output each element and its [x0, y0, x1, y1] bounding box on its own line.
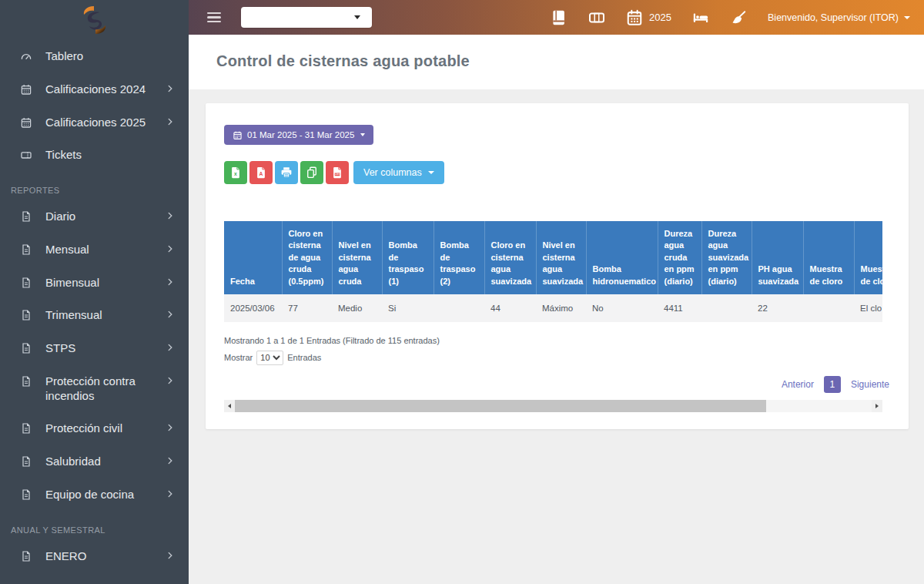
export-csv-button[interactable]: CSV [326, 161, 349, 184]
sidebar-section-reportes: REPORTES [0, 172, 189, 200]
cell: No [586, 294, 658, 322]
column-header[interactable]: Nivel en cisterna agua suavizada [536, 221, 586, 294]
date-range-button[interactable]: 01 Mar 2025 - 31 Mar 2025 [224, 125, 373, 145]
sidebar-item-bimensual[interactable]: Bimensual [0, 267, 189, 300]
column-header[interactable]: Nivel en cisterna agua cruda [332, 221, 382, 294]
sidebar-item-trimensual[interactable]: Trimensual [0, 299, 189, 332]
file-icon [20, 422, 33, 435]
sidebar-item-calificaciones-2025[interactable]: Calificaciones 2025 [0, 106, 189, 139]
column-header[interactable]: Cloro en cisterna de agua cruda (0.5ppm) [282, 221, 332, 294]
column-header[interactable]: Dureza agua cruda en ppm (diario) [658, 221, 701, 294]
file-icon [20, 455, 33, 468]
svg-text:CSV: CSV [335, 173, 340, 176]
column-header[interactable]: Dureza agua suavizada en ppm (diario) [701, 221, 752, 294]
cell [701, 294, 752, 322]
sidebar-item-diario[interactable]: Diario [0, 200, 189, 233]
column-header[interactable]: Bomba hidronuematico [586, 221, 658, 294]
sidebar-item-stps[interactable]: STPS [0, 332, 189, 365]
column-header[interactable]: Bomba de traspaso (1) [382, 221, 434, 294]
file-icon [20, 210, 33, 223]
data-table: Fecha Cloro en cisterna de agua cruda (0… [224, 221, 882, 322]
chevron-right-icon [166, 117, 175, 126]
file-icon [20, 277, 33, 289]
sidebar-item-proteccion-contra-incendios[interactable]: Protección contra incendios [0, 365, 189, 413]
csv-file-icon: CSV [330, 166, 344, 180]
export-toolbar: x A CSV Ver columnas [224, 161, 889, 184]
column-header[interactable]: Bomba de traspaso (2) [434, 221, 484, 294]
calendar-icon [626, 9, 643, 26]
user-menu[interactable]: Bienvenido, Supervisor (ITOR) [768, 12, 910, 23]
page-size-select[interactable]: 10 [256, 351, 283, 365]
sidebar-item-salubridad[interactable]: Salubridad [0, 445, 189, 478]
hamburger-menu-icon[interactable] [204, 9, 224, 26]
column-header[interactable]: Cloro en cisterna agua suavizada [484, 221, 536, 294]
copy-icon [305, 166, 319, 180]
file-icon [20, 488, 33, 501]
sidebar-item-enero[interactable]: ENERO [0, 540, 189, 573]
sidebar-item-mensual[interactable]: Mensual [0, 233, 189, 267]
cell: 4411 [658, 294, 701, 322]
sidebar-item-calificaciones-2024[interactable]: Calificaciones 2024 [0, 73, 189, 106]
rooms-button[interactable] [692, 9, 709, 26]
tickets-button[interactable] [588, 9, 605, 26]
bed-icon [692, 9, 709, 26]
column-header[interactable]: Muestra de cloro [854, 221, 882, 294]
file-icon [20, 243, 33, 256]
broom-icon [730, 9, 747, 26]
chevron-right-icon [166, 343, 175, 352]
sidebar-item-label: Equipo de cocina [45, 488, 159, 502]
column-header[interactable]: Muestra de cloro [803, 221, 854, 294]
content-area: 01 Mar 2025 - 31 Mar 2025 x A CSV [189, 89, 924, 584]
pagination-prev[interactable]: Anterior [782, 379, 814, 390]
cell: Si [382, 294, 434, 322]
calendar-icon [20, 83, 33, 96]
cell [434, 294, 484, 322]
file-icon [20, 342, 33, 354]
export-excel-button[interactable]: x [224, 161, 247, 184]
scrollbar-thumb[interactable] [235, 400, 766, 412]
table-scroll-viewport: Fecha Cloro en cisterna de agua cruda (0… [224, 221, 882, 322]
sidebar-item-proteccion-civil[interactable]: Protección civil [0, 412, 189, 445]
logo-icon [78, 5, 112, 35]
print-button[interactable] [275, 161, 298, 184]
scroll-right-button[interactable] [872, 400, 882, 412]
cleaning-button[interactable] [730, 9, 747, 26]
excel-file-icon: x [229, 166, 243, 180]
cell-fecha: 2025/03/06 [224, 294, 282, 322]
export-pdf-button[interactable]: A [249, 161, 273, 184]
sidebar-item-label: Mensual [45, 243, 159, 257]
sidebar-section-anual-y-semestral: ANUAL Y SEMESTRAL [0, 512, 189, 540]
copy-button[interactable] [300, 161, 323, 184]
sidebar-item-label: Tablero [45, 49, 175, 64]
table-info-text: Mostrando 1 a 1 de 1 Entradas (Filtrado … [224, 336, 889, 345]
cell: Máximo [536, 294, 586, 322]
chevron-right-icon [166, 376, 175, 385]
year-calendar-button[interactable]: 2025 [626, 9, 671, 26]
sidebar-item-label: Calificaciones 2024 [45, 82, 159, 97]
sidebar-item-label: Diario [45, 210, 159, 224]
pagination-page-1[interactable]: 1 [824, 376, 841, 393]
column-header[interactable]: Fecha [224, 221, 282, 294]
book-button[interactable] [551, 9, 567, 26]
printer-icon [280, 166, 293, 180]
module-select[interactable] [241, 7, 372, 28]
ver-columnas-button[interactable]: Ver columnas [353, 161, 444, 184]
sidebar-item-label: STPS [45, 341, 159, 356]
chevron-down-icon [360, 133, 365, 136]
pagination: Anterior 1 Siguiente [224, 376, 889, 393]
chevron-down-icon [904, 16, 910, 19]
table-header-row: Fecha Cloro en cisterna de agua cruda (0… [224, 221, 882, 294]
scroll-left-button[interactable] [224, 400, 235, 412]
sidebar-item-tablero[interactable]: Tablero [0, 40, 189, 73]
sidebar-item-tickets[interactable]: Tickets [0, 139, 189, 172]
cell: 22 [752, 294, 803, 322]
pagination-next[interactable]: Siguiente [851, 379, 889, 390]
chevron-right-icon [166, 244, 175, 253]
cell: El clo [854, 294, 882, 322]
chevron-right-icon [166, 423, 175, 432]
horizontal-scrollbar [224, 400, 882, 412]
book-icon [551, 9, 567, 26]
column-header[interactable]: PH agua suavizada [752, 221, 803, 294]
cell: 77 [282, 294, 332, 322]
sidebar-item-equipo-de-cocina[interactable]: Equipo de cocina [0, 478, 189, 512]
